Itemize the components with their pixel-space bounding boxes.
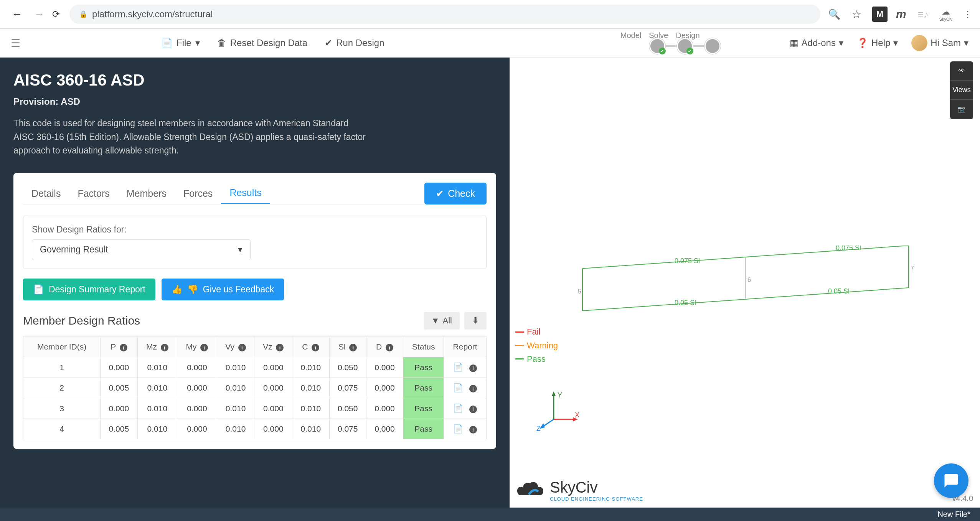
filter-label: Show Design Ratios for: xyxy=(32,224,478,235)
info-icon[interactable]: i xyxy=(349,344,357,351)
run-design-button[interactable]: ✔ Run Design xyxy=(325,38,384,48)
cell-My: 0.000 xyxy=(177,398,217,419)
filter-icon: ▼ xyxy=(431,316,440,326)
cell-C: 0.010 xyxy=(292,378,329,398)
visibility-toggle[interactable]: 👁 xyxy=(950,61,973,81)
cloud-logo-icon xyxy=(515,480,546,501)
cell-Vy: 0.010 xyxy=(217,398,254,419)
cell-P: 0.005 xyxy=(101,419,137,439)
report-doc-icon[interactable]: 📄 xyxy=(453,363,463,371)
report-doc-icon[interactable]: 📄 xyxy=(453,383,463,392)
info-icon[interactable]: i xyxy=(200,344,208,351)
views-button[interactable]: Views xyxy=(950,81,973,100)
info-icon[interactable]: i xyxy=(469,364,477,372)
svg-text:Z: Z xyxy=(536,425,541,432)
run-label: Run Design xyxy=(336,38,384,48)
info-icon[interactable]: i xyxy=(469,406,477,413)
viewport-panel[interactable]: 👁 Views 📷 0.05 Sl 0.05 Sl 0.075 Sl 0.075… xyxy=(510,58,980,508)
axis-gizmo[interactable]: Y X Z xyxy=(536,391,579,433)
download-button[interactable]: ⬇ xyxy=(464,312,487,330)
star-icon[interactable]: ☆ xyxy=(852,8,861,21)
cell-Vz: 0.000 xyxy=(254,357,292,378)
info-icon[interactable]: i xyxy=(276,344,284,351)
help-icon: ❓ xyxy=(857,38,868,48)
addons-menu[interactable]: ▦ Add-ons ▾ xyxy=(790,38,843,48)
cell-D: 0.000 xyxy=(366,398,403,419)
skyciv-logo: SkyCiv CLOUD ENGINEERING SOFTWARE xyxy=(515,479,643,502)
screenshot-button[interactable]: 📷 xyxy=(950,100,973,119)
info-icon[interactable]: i xyxy=(238,344,246,351)
camera-icon: 📷 xyxy=(958,106,965,113)
pipeline-model-node[interactable] xyxy=(649,38,665,54)
col-header: Mz i xyxy=(137,336,177,357)
cell-My: 0.000 xyxy=(177,357,217,378)
status-bar: New File* xyxy=(0,508,980,521)
reset-design-button[interactable]: 🗑 Reset Design Data xyxy=(217,38,307,48)
avatar xyxy=(911,35,927,51)
file-menu[interactable]: 📄 File ▾ xyxy=(161,38,200,48)
svg-text:X: X xyxy=(575,411,579,419)
legend-fail-dash xyxy=(515,331,524,333)
svg-text:Y: Y xyxy=(558,391,562,399)
filter-all-label: All xyxy=(443,316,452,326)
report-doc-icon[interactable]: 📄 xyxy=(453,404,463,412)
check-button[interactable]: ✔ Check xyxy=(424,183,487,204)
ratio-select-value: Governing Result xyxy=(40,244,108,255)
search-icon[interactable]: 🔍 xyxy=(828,8,840,20)
legend-warning-label: Warning xyxy=(527,339,558,352)
tab-results[interactable]: Results xyxy=(221,183,270,204)
beam-label-tl: 0.075 Sl xyxy=(675,257,700,265)
user-menu[interactable]: Hi Sam ▾ xyxy=(911,35,968,51)
tab-factors[interactable]: Factors xyxy=(69,183,118,204)
addons-label: Add-ons xyxy=(802,38,836,48)
grid-icon: ▦ xyxy=(790,38,799,48)
info-icon[interactable]: i xyxy=(312,344,319,351)
col-header: D i xyxy=(366,336,403,357)
extension-m1-icon[interactable]: M xyxy=(872,7,888,22)
forward-button[interactable]: → xyxy=(30,4,48,24)
summary-report-button[interactable]: 📄 Design Summary Report xyxy=(23,279,155,300)
tab-members[interactable]: Members xyxy=(118,183,175,204)
beam-label-tr: 0.075 Sl xyxy=(836,246,861,252)
info-icon[interactable]: i xyxy=(386,344,393,351)
col-header: P i xyxy=(101,336,137,357)
back-button[interactable]: ← xyxy=(8,4,26,24)
chrome-menu-icon[interactable]: ⋮ xyxy=(963,9,972,20)
cell-report: 📄 i xyxy=(444,357,487,378)
help-menu[interactable]: ❓ Help ▾ xyxy=(857,38,898,48)
cell-Vy: 0.010 xyxy=(217,378,254,398)
hamburger-menu[interactable]: ☰ xyxy=(4,31,27,54)
cell-Mz: 0.010 xyxy=(137,378,177,398)
filter-all-button[interactable]: ▼ All xyxy=(424,312,460,330)
playlist-icon[interactable]: ≡♪ xyxy=(918,8,929,20)
col-header: My i xyxy=(177,336,217,357)
cell-Sl: 0.075 xyxy=(329,378,366,398)
pipeline-design-node[interactable] xyxy=(704,38,721,54)
chevron-down-icon: ▾ xyxy=(893,38,898,48)
info-icon[interactable]: i xyxy=(120,344,127,351)
info-icon[interactable]: i xyxy=(469,385,477,392)
cell-D: 0.000 xyxy=(366,419,403,439)
structure-render: 0.05 Sl 0.05 Sl 0.075 Sl 0.075 Sl 5 6 7 xyxy=(575,246,920,330)
pipeline-indicator: Model Solve Design xyxy=(620,35,774,51)
tab-details[interactable]: Details xyxy=(23,183,69,204)
file-icon: 📄 xyxy=(161,38,173,48)
refresh-button[interactable]: ⟳ xyxy=(52,9,60,20)
feedback-button[interactable]: 👍 👎 Give us Feedback xyxy=(162,279,284,300)
cell-id: 4 xyxy=(23,419,101,439)
intercom-chat-button[interactable] xyxy=(934,463,968,498)
chevron-down-icon: ▾ xyxy=(238,244,243,255)
logo-tagline: CLOUD ENGINEERING SOFTWARE xyxy=(550,496,643,502)
cell-status: Pass xyxy=(403,419,444,439)
report-doc-icon[interactable]: 📄 xyxy=(453,424,463,433)
skyciv-ext-icon[interactable]: ☁SkyCiv xyxy=(939,7,952,21)
cell-Mz: 0.010 xyxy=(137,398,177,419)
tab-forces[interactable]: Forces xyxy=(175,183,221,204)
ratio-select[interactable]: Governing Result ▾ xyxy=(32,239,251,260)
info-icon[interactable]: i xyxy=(469,426,477,434)
info-icon[interactable]: i xyxy=(161,344,168,351)
main-area: AISC 360-16 ASD Provision: ASD This code… xyxy=(0,58,980,508)
extension-m2-icon[interactable]: m xyxy=(896,8,906,21)
pipeline-solve-node[interactable] xyxy=(677,38,693,54)
url-bar[interactable]: 🔒 platform.skyciv.com/structural xyxy=(69,5,820,24)
